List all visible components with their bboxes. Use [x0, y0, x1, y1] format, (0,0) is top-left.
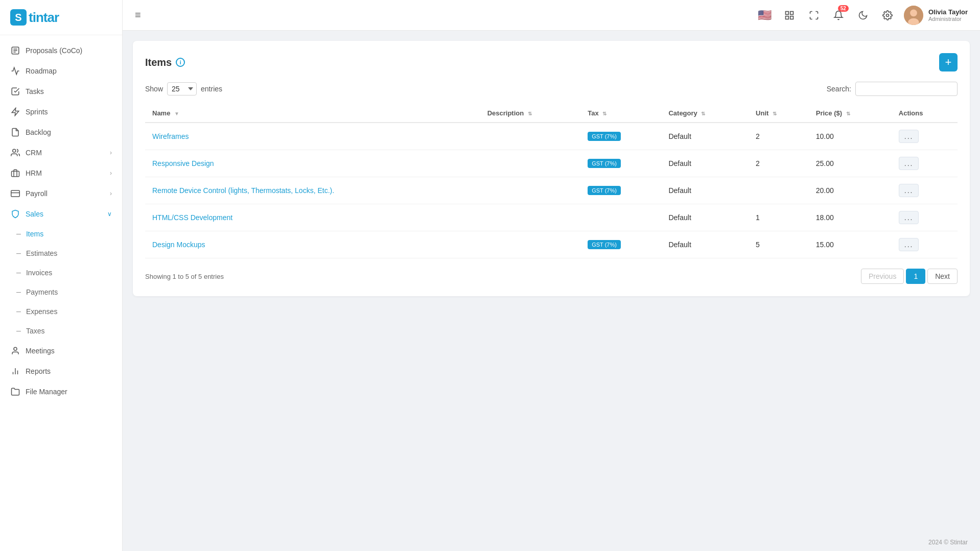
card-header: Items i + [145, 53, 958, 71]
info-icon[interactable]: i [176, 58, 185, 67]
svg-rect-14 [790, 11, 794, 14]
description-sort-icon: ⇅ [528, 111, 532, 116]
language-flag-button[interactable]: 🇺🇸 [757, 7, 773, 23]
hamburger-button[interactable]: ≡ [135, 9, 141, 21]
item-name-link[interactable]: Wireframes [152, 132, 189, 140]
tasks-icon [10, 86, 20, 97]
sidebar-item-sales[interactable]: Sales ∨ [0, 204, 122, 224]
cell-category: Default [661, 231, 749, 258]
cell-description [480, 123, 581, 150]
sidebar-subitem-items[interactable]: – Items [0, 224, 122, 244]
svg-point-9 [14, 347, 17, 350]
cell-category: Default [661, 123, 749, 150]
sidebar-item-tasks[interactable]: Tasks [0, 81, 122, 102]
search-box: Search: [827, 82, 958, 96]
cell-name: Design Mockups [145, 231, 480, 258]
cell-unit: 2 [749, 123, 809, 150]
entries-select[interactable]: 10 25 50 100 [167, 82, 197, 95]
sidebar-subitem-payments[interactable]: – Payments [0, 282, 122, 302]
svg-rect-13 [785, 11, 788, 14]
sales-icon [10, 209, 20, 219]
dark-mode-button[interactable] [855, 7, 871, 23]
col-unit[interactable]: Unit ⇅ [749, 104, 809, 123]
col-name[interactable]: Name ▼ [145, 104, 480, 123]
page-1-button[interactable]: 1 [906, 269, 925, 284]
cell-tax: GST (7%) [580, 177, 661, 204]
header-right: 🇺🇸 52 [757, 6, 968, 25]
search-input[interactable] [855, 82, 958, 96]
roadmap-icon [10, 66, 20, 76]
sidebar-label-crm: CRM [26, 149, 42, 157]
pagination-wrapper: Showing 1 to 5 of 5 entries Previous 1 N… [145, 269, 958, 284]
sidebar-item-crm[interactable]: CRM › [0, 142, 122, 163]
add-item-button[interactable]: + [939, 53, 958, 71]
sidebar-item-sprints[interactable]: Sprints [0, 102, 122, 122]
sidebar-item-roadmap[interactable]: Roadmap [0, 61, 122, 81]
cell-tax: GST (7%) [580, 123, 661, 150]
sidebar-item-hrm[interactable]: HRM › [0, 163, 122, 183]
table-row: Responsive DesignGST (7%)Default225.00..… [145, 150, 958, 177]
item-name-link[interactable]: Responsive Design [152, 159, 214, 167]
sidebar-subitem-estimates[interactable]: – Estimates [0, 244, 122, 263]
col-category[interactable]: Category ⇅ [661, 104, 749, 123]
col-description[interactable]: Description ⇅ [480, 104, 581, 123]
user-profile-button[interactable]: Olivia Taylor Administrator [904, 6, 968, 25]
cell-category: Default [661, 177, 749, 204]
sidebar-item-reports[interactable]: Reports [0, 361, 122, 381]
expand-button[interactable] [806, 7, 822, 23]
tax-sort-icon: ⇅ [602, 111, 606, 116]
sidebar-subitem-expenses[interactable]: – Expenses [0, 302, 122, 321]
row-action-button[interactable]: ... [899, 130, 919, 143]
cell-description [480, 204, 581, 231]
table-controls: Show 10 25 50 100 entries Search: [145, 82, 958, 96]
unit-sort-icon: ⇅ [773, 111, 777, 116]
sidebar-item-file-manager[interactable]: File Manager [0, 381, 122, 402]
logo: S tintar [0, 0, 122, 35]
cell-name: HTML/CSS Development [145, 204, 480, 231]
items-dash: – [16, 229, 21, 238]
row-action-button[interactable]: ... [899, 238, 919, 251]
previous-button[interactable]: Previous [861, 269, 904, 284]
item-name-link[interactable]: Remote Device Control (lights, Thermosta… [152, 186, 334, 195]
card-title: Items i [145, 57, 185, 68]
next-button[interactable]: Next [927, 269, 958, 284]
sidebar-label-roadmap: Roadmap [26, 67, 57, 75]
svg-point-17 [886, 14, 889, 16]
sales-chevron-icon: ∨ [107, 210, 112, 218]
show-label: Show [145, 85, 163, 93]
sidebar-subitem-taxes[interactable]: – Taxes [0, 321, 122, 341]
expenses-dash: – [16, 307, 21, 316]
sidebar: S tintar Proposals (CoCo) Roadmap Tasks [0, 0, 123, 551]
hrm-icon [10, 168, 20, 178]
settings-button[interactable] [879, 7, 896, 23]
sidebar-nav: Proposals (CoCo) Roadmap Tasks Sprints [0, 35, 122, 551]
tax-badge: GST (7%) [588, 186, 621, 195]
table-row: Remote Device Control (lights, Thermosta… [145, 177, 958, 204]
footer: 2024 © Stintar [123, 534, 980, 551]
cell-unit: 2 [749, 150, 809, 177]
col-price[interactable]: Price ($) ⇅ [809, 104, 892, 123]
sidebar-label-backlog: Backlog [26, 128, 51, 136]
sidebar-sublabel-payments: Payments [26, 288, 58, 296]
sidebar-sublabel-invoices: Invoices [26, 269, 52, 277]
item-name-link[interactable]: HTML/CSS Development [152, 213, 232, 222]
svg-rect-15 [785, 16, 788, 19]
cell-price: 20.00 [809, 177, 892, 204]
sidebar-subitem-invoices[interactable]: – Invoices [0, 263, 122, 282]
notifications-button[interactable]: 52 [830, 7, 847, 23]
sidebar-label-tasks: Tasks [26, 87, 44, 95]
col-tax[interactable]: Tax ⇅ [580, 104, 661, 123]
row-action-button[interactable]: ... [899, 211, 919, 224]
sidebar-item-backlog[interactable]: Backlog [0, 122, 122, 142]
item-name-link[interactable]: Design Mockups [152, 241, 205, 249]
sidebar-item-meetings[interactable]: Meetings [0, 341, 122, 361]
row-action-button[interactable]: ... [899, 184, 919, 197]
row-action-button[interactable]: ... [899, 157, 919, 170]
apps-grid-button[interactable] [781, 7, 798, 23]
sidebar-item-proposals[interactable]: Proposals (CoCo) [0, 40, 122, 61]
cell-tax [580, 204, 661, 231]
cell-price: 25.00 [809, 150, 892, 177]
svg-rect-6 [12, 171, 19, 177]
taxes-dash: – [16, 326, 21, 336]
sidebar-item-payroll[interactable]: Payroll › [0, 183, 122, 204]
